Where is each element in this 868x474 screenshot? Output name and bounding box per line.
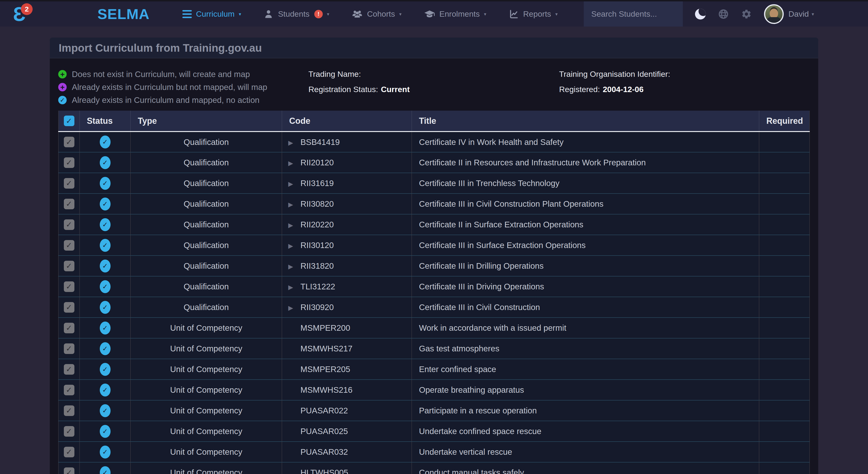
table-row[interactable]: Qualification RII20220 Certificate II in… [58,214,810,235]
nav-reports[interactable]: Reports ▾ [509,9,558,19]
row-expand-icon[interactable] [288,304,301,312]
status-mapped-icon [100,136,111,148]
row-title: Work in accordance with a issued permit [412,318,759,338]
row-checkbox[interactable] [64,344,74,354]
app-logo[interactable]: Ɛ 2 [13,1,34,27]
row-required [759,421,810,442]
row-checkbox[interactable] [64,261,74,271]
nav-enrolments[interactable]: Enrolments ▾ [424,9,486,19]
row-expand-icon[interactable] [288,159,301,167]
legend-label: Already exists in Curriculum and mapped,… [72,95,259,105]
row-checkbox[interactable] [64,137,74,147]
table-row[interactable]: Unit of Competency MSMWHS216 Operate bre… [58,380,810,400]
row-code-cell: PUASAR032 [282,442,412,462]
registration-status-line: Registration Status:Current [308,85,559,94]
status-mapped-icon [100,425,111,438]
row-checkbox[interactable] [64,364,74,375]
row-checkbox-cell [58,214,80,235]
row-status-cell [80,442,130,462]
row-code-text: BSB41419 [301,138,340,147]
search-input[interactable] [584,1,683,27]
table-row[interactable]: Qualification RII30920 Certificate III i… [58,297,810,318]
language-button[interactable] [718,9,729,20]
row-expand-icon[interactable] [288,284,301,291]
table-row[interactable]: Unit of Competency PUASAR022 Participate… [58,400,810,421]
row-checkbox[interactable] [64,467,74,474]
nav-curriculum[interactable]: Curriculum ▾ [182,9,241,19]
row-checkbox-cell [58,194,80,214]
row-code-cell: RII31820 [282,256,412,276]
chevron-down-icon: ▾ [812,11,814,17]
row-checkbox[interactable] [64,426,74,437]
table-row[interactable]: Qualification RII31820 Certificate III i… [58,256,810,276]
row-title: Certificate III in Civil Construction [412,297,759,318]
row-expand-icon[interactable] [288,180,301,188]
row-checkbox[interactable] [64,178,74,188]
alert-badge: ! [314,10,323,18]
settings-button[interactable] [741,9,752,20]
dark-mode-toggle[interactable] [695,9,706,20]
row-checkbox[interactable] [64,157,74,168]
legend-label: Does not exist in Curriculum, will creat… [72,69,250,79]
select-all-checkbox[interactable] [64,116,74,126]
table-row[interactable]: Qualification RII31619 Certificate III i… [58,173,810,194]
row-checkbox[interactable] [64,240,74,250]
row-checkbox[interactable] [64,406,74,416]
table-row[interactable]: Unit of Competency PUASAR025 Undertake c… [58,421,810,442]
row-code-text: MSMWHS217 [301,344,352,353]
table-row[interactable]: Qualification BSB41419 Certificate IV in… [58,131,810,152]
row-code-text: MSMPER205 [301,364,350,374]
row-expand-icon[interactable] [288,242,301,250]
table-row[interactable]: Qualification RII30120 Certificate III i… [58,235,810,256]
table-row[interactable]: Unit of Competency MSMWHS217 Gas test at… [58,338,810,359]
chevron-down-icon: ▾ [399,11,402,17]
row-required [759,318,810,338]
status-mapped-icon [100,239,111,252]
row-code-cell: RII31619 [282,173,412,194]
row-checkbox[interactable] [64,447,74,457]
row-expand-icon[interactable] [288,139,301,147]
row-expand-icon[interactable] [288,221,301,229]
row-checkbox[interactable] [64,323,74,333]
brand-selma[interactable]: SELMA [97,6,150,22]
table-row[interactable]: Unit of Competency MSMPER205 Enter confi… [58,359,810,380]
table-row[interactable]: Unit of Competency PUASAR032 Undertake v… [58,442,810,462]
row-checkbox-cell [58,297,80,318]
status-mapped-icon [100,342,111,355]
row-checkbox[interactable] [64,282,74,292]
row-checkbox[interactable] [64,199,74,209]
row-expand-icon[interactable] [288,201,301,208]
row-status-cell [80,152,130,173]
gear-icon [741,9,752,20]
row-code-cell: MSMPER200 [282,318,412,338]
card-body: Does not exist in Curriculum, will creat… [50,58,818,474]
table-row[interactable]: Qualification TLI31222 Certificate III i… [58,276,810,297]
user-menu[interactable]: David ▾ [764,4,814,24]
status-mapped-icon [100,177,111,190]
nav-students[interactable]: Students ! ▾ [264,9,329,19]
legend-item-no-action: Already exists in Curriculum and mapped,… [58,95,308,105]
row-required [759,359,810,380]
row-status-cell [80,318,130,338]
row-checkbox[interactable] [64,385,74,395]
row-required [759,442,810,462]
row-code-text: PUASAR032 [301,447,348,456]
globe-icon [718,9,729,20]
table-row[interactable]: Qualification RII30820 Certificate III i… [58,194,810,214]
row-checkbox[interactable] [64,302,74,313]
row-status-cell [80,131,130,152]
table-row[interactable]: Unit of Competency HLTWHS005 Conduct man… [58,462,810,474]
registered-line: Registered:2004-12-06 [559,85,810,94]
row-type: Unit of Competency [130,338,282,359]
row-status-cell [80,380,130,400]
graduation-cap-icon [424,9,435,19]
row-title: Certificate IV in Work Health and Safety [412,131,759,152]
table-row[interactable]: Unit of Competency MSMPER200 Work in acc… [58,318,810,338]
top-nav: Ɛ 2 SELMA Curriculum ▾ Students ! ▾ Coho… [0,1,868,27]
nav-cohorts[interactable]: Cohorts ▾ [351,9,402,19]
chevron-down-icon: ▾ [555,11,558,17]
table-row[interactable]: Qualification RII20120 Certificate II in… [58,152,810,173]
row-status-cell [80,462,130,474]
row-expand-icon[interactable] [288,263,301,270]
row-checkbox[interactable] [64,219,74,230]
